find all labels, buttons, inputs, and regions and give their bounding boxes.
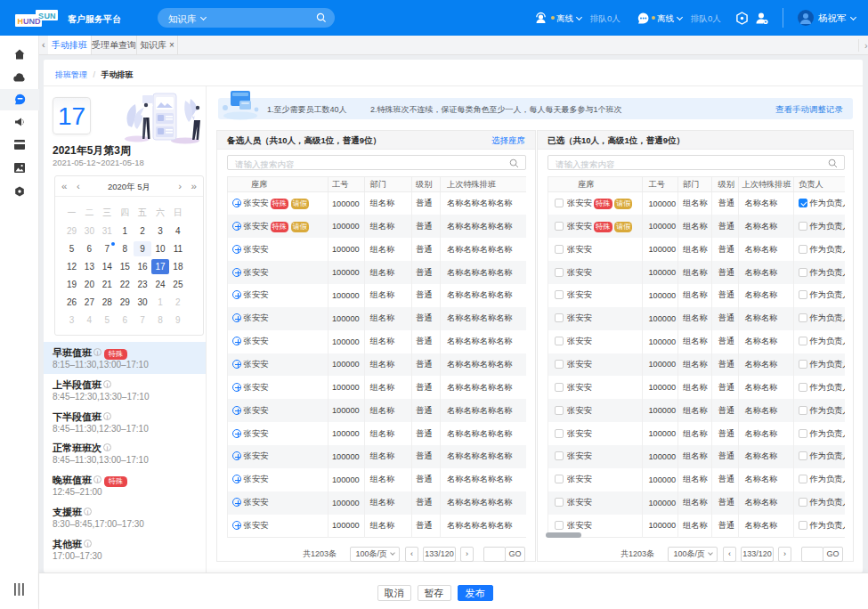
svg-text:N: N [50,12,56,20]
svg-text:S: S [38,12,44,20]
